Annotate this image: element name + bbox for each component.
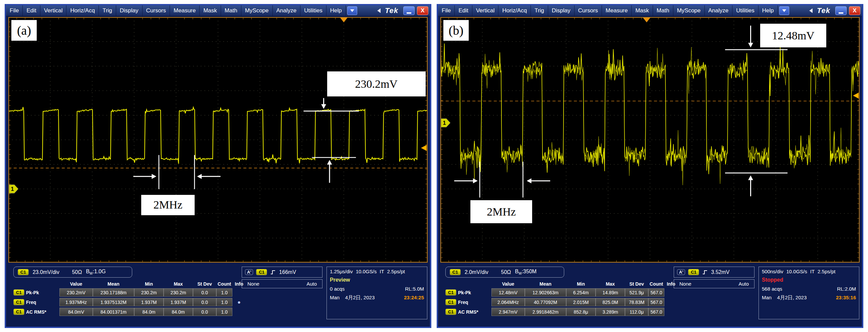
table-header: Min <box>134 281 163 287</box>
waveform-display: 1 (a) 230.2mV 2MHz <box>6 16 430 265</box>
menu-bar: FileEditVerticalHoriz/AcqTrigDisplayCurs… <box>438 5 862 16</box>
vertical-scale-box[interactable]: C1 2.0mV/div 50Ω BW:350M <box>445 267 564 277</box>
table-header: Max <box>596 281 625 287</box>
cell-stdev: 521.9μ <box>625 288 648 297</box>
trigger-mode-box[interactable]: None Auto <box>242 279 322 288</box>
table-header: Min <box>566 281 596 287</box>
trigger-mode-box[interactable]: None Auto <box>674 279 754 288</box>
menu-item[interactable]: Math <box>221 5 241 16</box>
menu-item[interactable]: Mask <box>632 5 653 16</box>
vertical-scale-box[interactable]: C1 23.0mV/div 50Ω BW:1.0G <box>13 267 132 277</box>
close-button[interactable]: X <box>417 6 428 15</box>
sample-rate: 10.0GS/s <box>356 269 377 274</box>
trigger-mode-left: None <box>247 281 259 287</box>
menu-item[interactable]: File <box>6 5 23 16</box>
menu-item[interactable]: Help <box>758 5 778 16</box>
time-label: 23:35:16 <box>836 295 856 301</box>
measurement-name: Pk-Pk <box>25 290 59 295</box>
trigger-mode-left: None <box>679 281 691 287</box>
menu-item[interactable]: File <box>438 5 455 16</box>
menu-item[interactable]: MyScope <box>673 5 705 16</box>
chevron-down-icon <box>782 9 786 12</box>
date-label: Man 4月2日, 2023 <box>330 295 375 301</box>
channel-marker-label: 1 <box>443 120 446 126</box>
vertical-scale: 23.0mV/div <box>33 269 59 275</box>
window-controls: Tek X <box>377 5 430 16</box>
minimize-button[interactable] <box>835 6 847 15</box>
table-header-row: ValueMeanMinMaxSt DevCountInfo <box>59 280 246 288</box>
menu-item[interactable]: Trig <box>99 5 116 16</box>
menu-item[interactable]: Cursors <box>143 5 170 16</box>
trigger-box[interactable]: A' C1 3.52mV <box>674 267 754 277</box>
cell-count: 567.0 <box>648 308 664 316</box>
cell-stdev: 112.0μ <box>625 308 648 316</box>
menu-item[interactable]: Utilities <box>301 5 327 16</box>
timebase-box: 500ns/div 10.0GS/s IT 2.5ps/pt Stopped 5… <box>758 267 859 319</box>
trigger-level: 3.52mV <box>711 269 730 275</box>
menu-item[interactable]: Trig <box>531 5 548 16</box>
timebase-readout: 500ns/div 10.0GS/s IT 2.5ps/pt <box>762 269 856 274</box>
menu-item[interactable]: Edit <box>23 5 40 16</box>
help-dropdown-button[interactable] <box>779 6 789 15</box>
table-header: St Dev <box>193 281 216 287</box>
menu-item[interactable]: Analyze <box>705 5 733 16</box>
measurement-name: Pk-Pk <box>457 290 491 295</box>
info-icon <box>664 308 678 316</box>
graticule-frame <box>9 18 427 262</box>
table-row: C1 Freq 1.937MHz 1.9375132M 1.937M 1.937… <box>13 298 246 307</box>
measurement-name: AC RMS* <box>457 309 491 314</box>
table-body: C1 Pk-Pk 230.2mV 230.17188m 230.2m 230.2… <box>13 288 246 316</box>
resolution: 2.5ps/pt <box>817 269 835 274</box>
menu-item[interactable]: Vertical <box>472 5 499 16</box>
channel-badge: C1 <box>18 269 29 276</box>
menu-item[interactable]: Mask <box>199 5 221 16</box>
menu-item[interactable]: Horiz/Acq <box>498 5 531 16</box>
cell-max: 1.937M <box>163 298 193 306</box>
menu-item[interactable]: Help <box>327 5 346 16</box>
sample-rate: 10.0GS/s <box>786 269 807 274</box>
menu-item[interactable]: Display <box>116 5 143 16</box>
menu-item[interactable]: Edit <box>455 5 472 16</box>
table-header-row: ValueMeanMinMaxSt DevCountInfo <box>491 280 678 288</box>
trigger-level-arrow[interactable] <box>853 93 859 99</box>
menu-item[interactable]: MyScope <box>241 5 273 16</box>
menu-item[interactable]: Measure <box>170 5 199 16</box>
graticule: 1 (b) 12.48mV 2MHz <box>440 17 860 263</box>
cell-value: 230.2mV <box>59 288 93 297</box>
channel-badge: C1 <box>445 309 456 315</box>
help-dropdown-button[interactable] <box>347 6 357 15</box>
menu-item[interactable]: Analyze <box>273 5 301 16</box>
oscilloscope-window-b: FileEditVerticalHoriz/AcqTrigDisplayCurs… <box>437 4 863 328</box>
graticule-graphics: 1 <box>440 17 860 263</box>
table-row: C1 Freq 2.064MHz 40.77092M 2.015M 825.0M… <box>445 298 678 307</box>
amplitude-callout: 12.48mV <box>760 24 826 47</box>
menu-item[interactable]: Measure <box>602 5 632 16</box>
aux-trigger-badge: A' <box>677 269 685 275</box>
menu-item[interactable]: Display <box>548 5 575 16</box>
menu-item[interactable]: Horiz/Acq <box>66 5 99 16</box>
tek-logo: Tek <box>385 6 398 15</box>
info-icon <box>664 298 678 306</box>
trigger-box[interactable]: A' C1 166mV <box>242 267 322 277</box>
toolbar-overflow-icon <box>377 8 380 13</box>
trigger-level-arrow[interactable] <box>421 145 427 151</box>
menu-item[interactable]: Vertical <box>40 5 67 16</box>
horizontal-scale: 500ns/div <box>762 269 783 274</box>
menu-item[interactable]: Cursors <box>575 5 602 16</box>
minimize-button[interactable] <box>403 6 415 15</box>
vertical-scale: 2.0mV/div <box>465 269 488 275</box>
timebase-readout: 1.25μs/div 10.0GS/s IT 2.5ps/pt <box>330 269 424 274</box>
rising-edge-icon <box>270 269 276 275</box>
frequency-callout: 2MHz <box>141 195 195 215</box>
menu-item[interactable]: Utilities <box>733 5 758 16</box>
close-icon: X <box>421 7 424 14</box>
table-row: C1 Pk-Pk 230.2mV 230.17188m 230.2m 230.2… <box>13 288 246 297</box>
channel-badge: C1 <box>445 289 456 296</box>
cell-value: 2.064MHz <box>491 298 525 306</box>
table-row: C1 Pk-Pk 12.48mV 12.902663m 6.254m 14.89… <box>445 288 678 297</box>
trigger-position-marker[interactable] <box>643 18 650 22</box>
menu-item[interactable]: Math <box>653 5 673 16</box>
cell-count: 567.0 <box>648 298 664 306</box>
close-button[interactable]: X <box>849 6 860 15</box>
trigger-position-marker[interactable] <box>340 18 347 22</box>
